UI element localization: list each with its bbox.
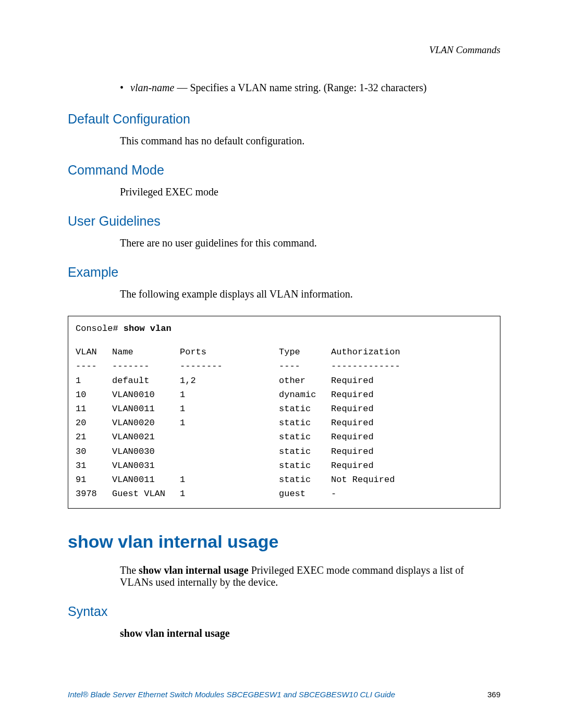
footer-page-number: 369: [487, 690, 500, 699]
cell-name: VLAN0011: [112, 402, 180, 416]
cell-auth: Required: [331, 374, 414, 388]
table-header-row: VLAN Name Ports Type Authorization: [76, 345, 493, 359]
cell-name: Guest VLAN: [112, 487, 180, 501]
col-ports: Ports: [180, 345, 279, 359]
cell-ports: 1: [180, 487, 279, 501]
cell-type: static: [279, 445, 331, 459]
heading-user-guidelines: User Guidelines: [68, 214, 500, 229]
cell-auth: Required: [331, 388, 414, 402]
cell-type: static: [279, 459, 331, 473]
table-row: 20VLAN00201staticRequired: [76, 416, 493, 430]
param-term: vlan-name: [130, 82, 174, 93]
cell-name: default: [112, 374, 180, 388]
param-bullet: • vlan-name — Specifies a VLAN name stri…: [120, 82, 500, 94]
cell-auth: Required: [331, 459, 414, 473]
cell-vlan: 31: [76, 459, 112, 473]
table-row: 91VLAN00111staticNot Required: [76, 473, 493, 487]
document-page: VLAN Commands • vlan-name — Specifies a …: [0, 0, 563, 728]
cell-auth: Required: [331, 445, 414, 459]
cell-type: static: [279, 402, 331, 416]
cell-type: static: [279, 430, 331, 444]
col-vlan: VLAN: [76, 345, 112, 359]
cell-name: VLAN0030: [112, 445, 180, 459]
table-row: 21VLAN0021staticRequired: [76, 430, 493, 444]
page-footer: Intel® Blade Server Ethernet Switch Modu…: [68, 690, 500, 699]
command-mode-text: Privileged EXEC mode: [120, 186, 500, 198]
cell-vlan: 10: [76, 388, 112, 402]
cell-name: VLAN0021: [112, 430, 180, 444]
table-row: 11VLAN00111staticRequired: [76, 402, 493, 416]
param-desc: — Specifies a VLAN name string. (Range: …: [174, 82, 426, 93]
col-type: Type: [279, 345, 331, 359]
table-row: 1default1,2otherRequired: [76, 374, 493, 388]
console-command: show vlan: [124, 324, 172, 334]
cell-vlan: 1: [76, 374, 112, 388]
cell-name: VLAN0031: [112, 459, 180, 473]
table-row: 10VLAN00101dynamicRequired: [76, 388, 493, 402]
desc-bold: show vlan internal usage: [139, 564, 249, 576]
col-auth: Authorization: [331, 345, 414, 359]
div-name: -------: [112, 359, 180, 373]
cell-auth: -: [331, 487, 414, 501]
cell-vlan: 30: [76, 445, 112, 459]
example-text: The following example displays all VLAN …: [120, 288, 500, 300]
div-vlan: ----: [76, 359, 112, 373]
syntax-command: show vlan internal usage: [120, 627, 500, 639]
cell-type: other: [279, 374, 331, 388]
heading-command-mode: Command Mode: [68, 163, 500, 178]
col-name: Name: [112, 345, 180, 359]
cell-ports: 1,2: [180, 374, 279, 388]
footer-guide-title: Intel® Blade Server Ethernet Switch Modu…: [68, 690, 395, 699]
cell-name: VLAN0010: [112, 388, 180, 402]
cell-vlan: 3978: [76, 487, 112, 501]
cell-ports: [180, 459, 279, 473]
cell-type: static: [279, 473, 331, 487]
heading-show-vlan-internal-usage: show vlan internal usage: [68, 532, 500, 552]
table-row: 31VLAN0031staticRequired: [76, 459, 493, 473]
div-ports: --------: [180, 359, 279, 373]
code-output-box: Console# show vlan VLAN Name Ports Type …: [68, 316, 500, 509]
div-type: ----: [279, 359, 331, 373]
table-divider-row: ---- ------- -------- ---- -------------: [76, 359, 493, 373]
cell-ports: [180, 445, 279, 459]
table-row: 30VLAN0030staticRequired: [76, 445, 493, 459]
user-guidelines-text: There are no user guidelines for this co…: [120, 237, 500, 249]
div-auth: -------------: [331, 359, 414, 373]
console-prompt: Console#: [76, 324, 124, 334]
cell-type: dynamic: [279, 388, 331, 402]
cell-name: VLAN0020: [112, 416, 180, 430]
cell-ports: 1: [180, 473, 279, 487]
cell-vlan: 21: [76, 430, 112, 444]
cell-type: guest: [279, 487, 331, 501]
heading-example: Example: [68, 265, 500, 280]
cell-vlan: 91: [76, 473, 112, 487]
cell-ports: 1: [180, 402, 279, 416]
desc-pre: The: [120, 564, 139, 576]
cell-auth: Not Required: [331, 473, 414, 487]
cell-auth: Required: [331, 430, 414, 444]
cell-ports: 1: [180, 388, 279, 402]
cell-ports: 1: [180, 416, 279, 430]
table-row: 3978Guest VLAN1guest-: [76, 487, 493, 501]
cell-name: VLAN0011: [112, 473, 180, 487]
cell-type: static: [279, 416, 331, 430]
bullet-icon: •: [120, 82, 124, 93]
cell-auth: Required: [331, 416, 414, 430]
default-configuration-text: This command has no default configuratio…: [120, 135, 500, 147]
console-prompt-line: Console# show vlan: [76, 322, 493, 336]
cell-ports: [180, 430, 279, 444]
heading-syntax: Syntax: [68, 604, 500, 619]
cell-vlan: 11: [76, 402, 112, 416]
cell-vlan: 20: [76, 416, 112, 430]
cell-auth: Required: [331, 402, 414, 416]
header-section-label: VLAN Commands: [68, 44, 500, 56]
heading-default-configuration: Default Configuration: [68, 112, 500, 127]
cmd2-description: The show vlan internal usage Privileged …: [120, 564, 485, 588]
